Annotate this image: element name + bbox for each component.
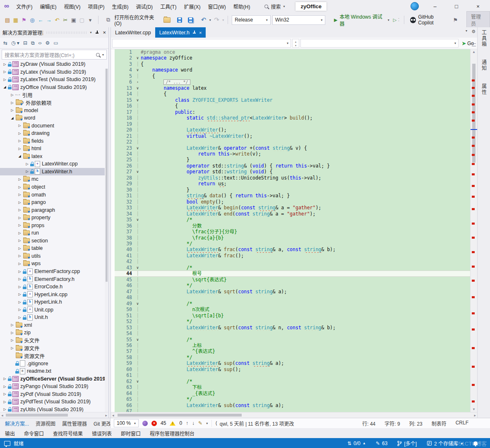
collapsed-arrow-icon[interactable]: ▷ — [9, 108, 15, 112]
current-branch-button[interactable]: [多个] — [397, 440, 417, 447]
tab-list-dropdown-icon[interactable]: ▾ — [466, 29, 467, 34]
tree-item[interactable]: ▷props — [0, 221, 108, 229]
collapsed-arrow-icon[interactable]: ▷ — [9, 101, 15, 105]
expanded-arrow-icon[interactable]: ◢ — [2, 85, 8, 89]
code-line[interactable]: 63│ 下标 — [111, 384, 470, 390]
code-line[interactable]: 41│ LatexWriter& frac(); — [111, 253, 470, 259]
code-line[interactable]: 48│ — [111, 295, 470, 300]
tree-item[interactable]: ◢zyOffice (Visual Studio 2019) — [0, 84, 108, 91]
scroll-down-icon[interactable]: ▼ — [471, 407, 477, 411]
collapsed-arrow-icon[interactable]: ▷ — [17, 132, 23, 135]
prev-issue-icon[interactable]: ↑ — [186, 420, 188, 426]
code-line[interactable]: 4∨ namespace word — [111, 67, 470, 73]
collapsed-arrow-icon[interactable]: ▷ — [24, 170, 30, 173]
code-line[interactable]: 17│ public: — [111, 109, 470, 115]
scroll-left-icon[interactable]: ◂ — [112, 413, 114, 417]
menu-item-编辑(E)[interactable]: 编辑(E) — [36, 2, 60, 11]
filter-pen-icon[interactable]: ✎ — [198, 420, 202, 426]
tree-horizontal-scrollbar[interactable]: ◂ ▸ — [0, 412, 108, 418]
panel-tab-资源视图[interactable]: 资源视图 — [32, 420, 59, 427]
tree-item[interactable]: ▷omath — [0, 191, 108, 199]
configuration-combo[interactable]: Release ▾ — [232, 15, 271, 25]
tree-item[interactable]: ▷头文件 — [0, 337, 108, 345]
fold-open-icon[interactable]: ∨ — [135, 97, 141, 103]
save-all-icon[interactable] — [188, 17, 193, 23]
notifications-bell-icon[interactable] — [473, 441, 478, 445]
collapsed-arrow-icon[interactable]: ▷ — [2, 400, 8, 404]
fold-open-icon[interactable]: ∨ — [135, 379, 141, 384]
code-line[interactable]: 5│ { — [111, 73, 470, 79]
code-line[interactable]: 24│ return this->write(v); — [111, 151, 470, 157]
collapsed-arrow-icon[interactable]: ▷ — [2, 377, 8, 381]
collapsed-arrow-icon[interactable]: ▷ — [9, 323, 15, 327]
split-editor-grip[interactable] — [472, 43, 476, 46]
tree-item[interactable]: .gitignore — [0, 359, 108, 367]
code-line[interactable]: 18│ static std::shared_ptr<LatexWriter> … — [111, 115, 470, 121]
code-line[interactable]: 58│ */ — [111, 355, 470, 360]
editor-vertical-scrollbar[interactable]: ▲ ▼ — [470, 49, 477, 412]
code-line[interactable]: 1#pragma once — [111, 49, 470, 55]
code-line[interactable]: 16│ { — [111, 103, 470, 109]
show-all-files-icon[interactable]: ⧉ — [31, 40, 35, 46]
code-line[interactable]: 62∨ /* — [111, 379, 470, 384]
new-project-icon[interactable]: ▤ — [3, 17, 12, 23]
switch-views-icon[interactable]: ⇆ — [3, 40, 7, 46]
nav-back-icon[interactable]: ← — [36, 17, 45, 23]
tree-item[interactable]: ▷hErrorCode.h — [0, 283, 108, 291]
tabs-indicator[interactable]: 制表符 — [432, 420, 447, 427]
collapsed-arrow-icon[interactable]: ▷ — [2, 392, 8, 396]
tree-item[interactable]: ▷hLatexWriter.h — [0, 168, 108, 176]
collapsed-arrow-icon[interactable]: ▷ — [9, 93, 15, 97]
code-line[interactable]: 44│ 根号 — [111, 271, 470, 276]
code-line[interactable]: 25│ } — [111, 157, 470, 163]
code-line[interactable]: 3│{ — [111, 61, 470, 67]
undo-dropdown-icon[interactable]: ▾ — [209, 18, 211, 22]
code-line[interactable]: 42│ — [111, 259, 470, 264]
start-debugging-button[interactable]: ▶ 本地 Windows 调试器 ▾ — [332, 12, 392, 28]
collapsed-arrow-icon[interactable]: ▷ — [17, 300, 23, 304]
fold-open-icon[interactable]: ∨ — [135, 85, 141, 91]
titlebar-search[interactable]: 搜索 ▾ — [264, 3, 285, 10]
tree-vertical-scrollbar[interactable] — [105, 69, 108, 412]
account-avatar[interactable] — [411, 2, 419, 10]
collapse-all-icon[interactable]: ⊟ — [23, 40, 27, 46]
collapsed-arrow-icon[interactable]: ▷ — [17, 124, 23, 127]
menu-item-帮助(H)[interactable]: 帮助(H) — [230, 2, 254, 11]
sync-active-document-icon[interactable]: ‹› — [38, 40, 42, 46]
tree-item[interactable]: ▷▫-▫引用 — [0, 91, 108, 99]
code-line[interactable]: 45│ \sqrt{表达式} — [111, 277, 470, 283]
code-line[interactable]: 2∨namespace zyOffice — [111, 55, 470, 61]
warning-count[interactable]: 0 — [179, 420, 182, 426]
code-line[interactable]: 21│ virtual ~LatexWriter(); — [111, 133, 470, 139]
nav-stepper[interactable]: ▴▾ — [292, 39, 299, 48]
codelens-git-info[interactable]: ⟨ qwl, 5 天前 | 11 名作者, 13 项更改 — [211, 420, 358, 427]
close-button[interactable]: × — [473, 3, 483, 10]
new-window-icon[interactable]: ↶ — [53, 17, 61, 23]
collapsed-arrow-icon[interactable]: ▷ — [2, 407, 8, 411]
start-without-debugging-icon[interactable]: ▷ — [393, 17, 396, 23]
tab-latexwriter-h[interactable]: LatexWriter.h × — [155, 27, 206, 38]
tree-item[interactable]: ▷pango — [0, 199, 108, 206]
collapsed-arrow-icon[interactable]: ▷ — [2, 385, 8, 388]
warning-icon[interactable] — [170, 421, 175, 426]
pending-changes-icon[interactable]: ◷ ▾ — [11, 40, 19, 46]
tree-item[interactable]: ▷⚙外部依赖项 — [0, 99, 108, 107]
project-scope-dropdown[interactable]: ▾ — [112, 39, 291, 48]
collapsed-arrow-icon[interactable]: ▷ — [17, 201, 23, 204]
code-line[interactable]: 67│ — [111, 408, 470, 412]
collapsed-arrow-icon[interactable]: ▷ — [17, 139, 23, 143]
collapsed-arrow-icon[interactable]: ▷ — [17, 223, 23, 227]
tree-item[interactable]: ▷+LatexWriter.cpp — [0, 160, 108, 168]
fold-open-icon[interactable]: ∨ — [135, 265, 141, 271]
collapsed-arrow-icon[interactable]: ▷ — [17, 177, 23, 181]
fold-collapsed-icon[interactable]: › — [135, 79, 141, 85]
code-line[interactable]: 64│ _{表达式} — [111, 391, 470, 396]
bottom-tab-查找符号结果[interactable]: 查找符号结果 — [53, 430, 83, 437]
code-line[interactable]: 20│ LatexWriter(); — [111, 127, 470, 133]
tree-item[interactable]: ▷hHyperLink.h — [0, 298, 108, 306]
code-line[interactable]: 60│ LatexWriter& sup(); — [111, 367, 470, 372]
toolbar-overflow-icon[interactable]: ⁚ — [398, 18, 400, 22]
tree-item[interactable]: ▷model — [0, 106, 108, 114]
solution-explorer-header[interactable]: 解决方案资源管理器 ▾ × — [0, 27, 108, 38]
code-line[interactable]: 26│ operator std::string& (void) { retur… — [111, 163, 470, 169]
